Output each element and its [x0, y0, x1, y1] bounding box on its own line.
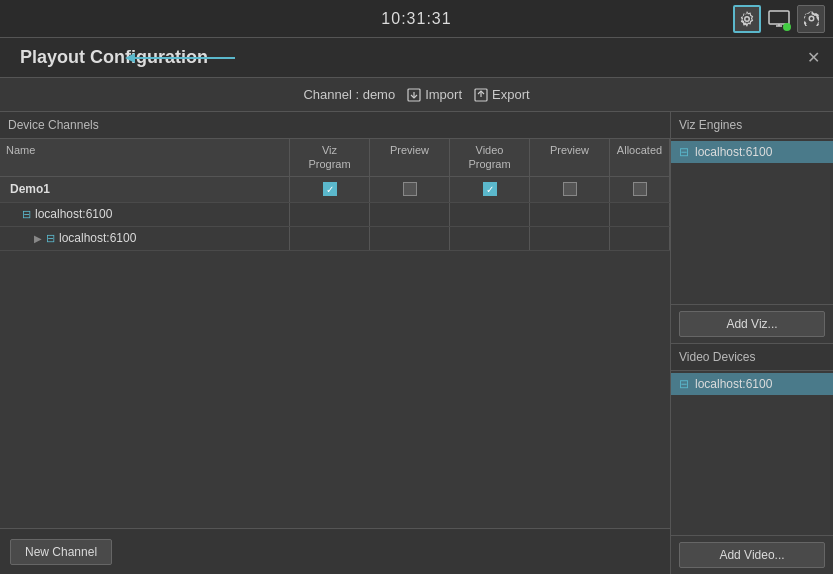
col-viz-program: VizProgram [290, 139, 370, 176]
col-video-preview: Preview [530, 139, 610, 176]
viz-preview-cell[interactable] [370, 177, 450, 202]
monitor-icon-row1: ⊟ [22, 208, 31, 221]
title-bar: Playout Configuration ✕ [0, 38, 833, 78]
sub-td-empty3 [450, 203, 530, 226]
top-bar-icons [733, 5, 825, 33]
video-program-cell[interactable] [450, 177, 530, 202]
channel-label: Channel : demo [303, 87, 395, 102]
video-preview-checkbox[interactable] [563, 182, 577, 196]
device-channels-header: Device Channels [0, 112, 670, 139]
left-panel: Device Channels Name VizProgram Preview … [0, 112, 671, 574]
device-table: Name VizProgram Preview VideoProgram Pre… [0, 139, 670, 528]
top-bar: 10:31:31 [0, 0, 833, 38]
video-program-checkbox[interactable] [483, 182, 497, 196]
sub-row-name-2: ▶ ⊟ localhost:6100 [0, 227, 290, 250]
col-allocated: Allocated [610, 139, 670, 176]
status-dot [783, 23, 791, 31]
viz-engines-section: Viz Engines ⊟ localhost:6100 Add Viz... [671, 112, 833, 344]
viz-engine-item-0[interactable]: ⊟ localhost:6100 [671, 141, 833, 163]
sub-td-empty [290, 203, 370, 226]
channel-bar: Channel : demo Import Export [0, 78, 833, 112]
col-viz-preview: Preview [370, 139, 450, 176]
add-viz-button[interactable]: Add Viz... [679, 311, 825, 337]
sub-row-2[interactable]: ▶ ⊟ localhost:6100 [0, 227, 670, 251]
export-button[interactable]: Export [474, 87, 530, 102]
new-channel-button[interactable]: New Channel [10, 539, 112, 565]
viz-engines-bottom: Add Viz... [671, 304, 833, 343]
svg-marker-4 [125, 53, 135, 63]
import-label: Import [425, 87, 462, 102]
viz-engine-label: localhost:6100 [695, 145, 772, 159]
sub-row-1[interactable]: ⊟ localhost:6100 [0, 203, 670, 227]
video-devices-bottom: Add Video... [671, 535, 833, 574]
viz-program-cell[interactable] [290, 177, 370, 202]
video-device-item-0[interactable]: ⊟ localhost:6100 [671, 373, 833, 395]
viz-engines-header: Viz Engines [671, 112, 833, 139]
right-panel: Viz Engines ⊟ localhost:6100 Add Viz... … [671, 112, 833, 574]
col-name: Name [0, 139, 290, 176]
video-device-monitor-icon: ⊟ [679, 377, 689, 391]
sub-row-label-1: localhost:6100 [35, 207, 112, 221]
import-icon [407, 88, 421, 102]
settings-icon-btn[interactable] [733, 5, 761, 33]
main-content: Device Channels Name VizProgram Preview … [0, 112, 833, 574]
monitor-icon-row2: ⊟ [46, 232, 55, 245]
video-devices-header: Video Devices [671, 344, 833, 371]
table-row[interactable]: Demo1 [0, 177, 670, 203]
arrow-decoration [115, 46, 245, 70]
viz-engines-list: ⊟ localhost:6100 [671, 139, 833, 304]
close-button[interactable]: ✕ [803, 48, 823, 68]
allocated-cell[interactable] [610, 177, 670, 202]
sub-td2-empty [290, 227, 370, 250]
row-name: Demo1 [0, 177, 290, 202]
allocated-checkbox[interactable] [633, 182, 647, 196]
video-device-label: localhost:6100 [695, 377, 772, 391]
sub-td-empty2 [370, 203, 450, 226]
viz-engine-monitor-icon: ⊟ [679, 145, 689, 159]
sub-row-name-1: ⊟ localhost:6100 [0, 203, 290, 226]
import-button[interactable]: Import [407, 87, 462, 102]
viz-program-checkbox[interactable] [323, 182, 337, 196]
video-devices-list: ⊟ localhost:6100 [671, 371, 833, 536]
sub-td2-empty5 [610, 227, 670, 250]
add-video-button[interactable]: Add Video... [679, 542, 825, 568]
sub-td-empty5 [610, 203, 670, 226]
expand-icon-row2[interactable]: ▶ [34, 233, 42, 244]
video-preview-cell[interactable] [530, 177, 610, 202]
video-devices-section: Video Devices ⊟ localhost:6100 Add Video… [671, 344, 833, 575]
clock-display: 10:31:31 [381, 10, 451, 28]
sub-td-empty4 [530, 203, 610, 226]
table-header: Name VizProgram Preview VideoProgram Pre… [0, 139, 670, 177]
monitor-icon-btn[interactable] [765, 5, 793, 33]
sub-td2-empty3 [450, 227, 530, 250]
col-video-program: VideoProgram [450, 139, 530, 176]
viz-preview-checkbox[interactable] [403, 182, 417, 196]
export-icon [474, 88, 488, 102]
export-label: Export [492, 87, 530, 102]
left-bottom-bar: New Channel [0, 528, 670, 574]
sub-td2-empty4 [530, 227, 610, 250]
sub-td2-empty2 [370, 227, 450, 250]
sub-row-label-2: localhost:6100 [59, 231, 136, 245]
gear-icon-btn[interactable] [797, 5, 825, 33]
